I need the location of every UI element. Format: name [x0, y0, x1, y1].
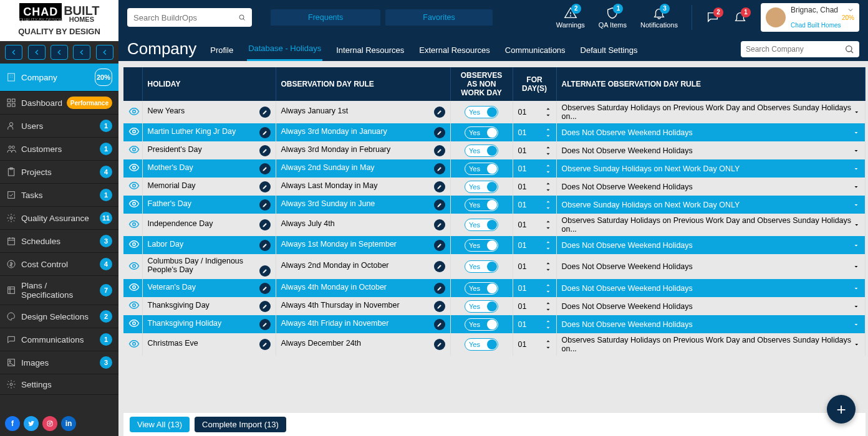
observes-toggle[interactable]: Yes	[465, 300, 498, 313]
observes-toggle[interactable]: Yes	[465, 318, 498, 331]
observes-toggle[interactable]: Yes	[465, 106, 498, 118]
edit-icon[interactable]	[259, 163, 271, 174]
tab-internal[interactable]: Internal Resources	[335, 39, 405, 61]
edit-icon[interactable]	[434, 301, 445, 312]
observes-toggle[interactable]: Yes	[465, 239, 498, 252]
edit-icon[interactable]	[434, 145, 445, 156]
visibility-icon[interactable]	[128, 162, 140, 173]
sidebar-item-cost[interactable]: Cost Control 4	[0, 253, 118, 276]
visibility-icon[interactable]	[128, 126, 140, 137]
visibility-icon[interactable]	[128, 239, 140, 250]
alt-rule-select[interactable]: Observe Sunday Holidays on Next Work Day…	[562, 164, 861, 173]
edit-icon[interactable]	[259, 127, 271, 138]
company-search[interactable]	[741, 41, 859, 57]
tab-defaults[interactable]: Default Settings	[579, 39, 639, 61]
observes-toggle[interactable]: Yes	[465, 219, 498, 231]
sidebar-item-users[interactable]: Users 1	[0, 115, 118, 138]
nav-back-2[interactable]	[28, 45, 46, 60]
observes-toggle[interactable]: Yes	[465, 126, 498, 139]
alt-rule-select[interactable]: Does Not Observe Weekend Holidays	[562, 262, 861, 271]
edit-icon[interactable]	[259, 199, 271, 211]
observes-toggle[interactable]: Yes	[465, 338, 498, 351]
search-input[interactable]	[133, 13, 238, 22]
notifications-button[interactable]: 3 Notifications	[640, 6, 678, 29]
global-search[interactable]	[127, 8, 252, 27]
alt-rule-select[interactable]: Does Not Observe Weekend Holidays	[562, 302, 861, 311]
edit-icon[interactable]	[434, 240, 445, 251]
nav-back-1[interactable]	[5, 45, 22, 60]
observes-toggle[interactable]: Yes	[465, 260, 498, 273]
visibility-icon[interactable]	[128, 338, 140, 349]
days-stepper[interactable]	[545, 181, 551, 193]
visibility-icon[interactable]	[128, 282, 140, 293]
edit-icon[interactable]	[434, 261, 445, 272]
user-menu[interactable]: Brignac, Chad 20% Chad Built Homes	[761, 3, 859, 32]
days-stepper[interactable]	[545, 282, 551, 295]
edit-icon[interactable]	[434, 181, 445, 192]
edit-icon[interactable]	[434, 163, 445, 174]
sidebar-item-dashboard[interactable]: Dashboard Performance	[0, 92, 118, 115]
observes-toggle[interactable]: Yes	[465, 199, 498, 211]
observes-toggle[interactable]: Yes	[465, 181, 498, 193]
nav-back-5[interactable]	[96, 45, 113, 60]
edit-icon[interactable]	[434, 199, 445, 211]
col-holiday[interactable]: HOLIDAY	[142, 67, 276, 101]
days-stepper[interactable]	[545, 163, 551, 175]
nav-back-3[interactable]	[51, 45, 68, 60]
edit-icon[interactable]	[259, 219, 271, 230]
sidebar-item-projects[interactable]: Projects 4	[0, 161, 118, 184]
warnings-button[interactable]: 2 Warnings	[556, 6, 585, 29]
linkedin-icon[interactable]: in	[61, 416, 76, 431]
edit-icon[interactable]	[434, 219, 445, 230]
edit-icon[interactable]	[259, 107, 271, 118]
twitter-icon[interactable]	[24, 416, 39, 431]
alt-rule-select[interactable]: Does Not Observe Weekend Holidays	[562, 241, 861, 250]
sidebar-item-customers[interactable]: Customers 1	[0, 138, 118, 161]
edit-icon[interactable]	[259, 301, 271, 312]
nav-back-4[interactable]	[73, 45, 90, 60]
observes-toggle[interactable]: Yes	[465, 145, 498, 157]
sidebar-item-qa[interactable]: Quality Assurance 11	[0, 207, 118, 230]
edit-icon[interactable]	[259, 265, 271, 277]
alt-rule-select[interactable]: Does Not Observe Weekend Holidays	[562, 146, 861, 155]
tab-profile[interactable]: Profile	[209, 39, 234, 61]
sidebar-item-schedules[interactable]: Schedules 3	[0, 230, 118, 253]
alt-rule-select[interactable]: Does Not Observe Weekend Holidays	[562, 128, 861, 137]
edit-icon[interactable]	[434, 127, 445, 138]
alt-rule-select[interactable]: Observes Saturday Holidays on Previous W…	[562, 103, 861, 121]
visibility-icon[interactable]	[128, 198, 140, 209]
days-stepper[interactable]	[545, 318, 551, 331]
alt-rule-select[interactable]: Does Not Observe Weekend Holidays	[562, 182, 861, 191]
tab-communications[interactable]: Communications	[504, 39, 567, 61]
instagram-icon[interactable]	[42, 416, 57, 431]
visibility-icon[interactable]	[128, 260, 140, 272]
alt-rule-select[interactable]: Does Not Observe Weekend Holidays	[562, 320, 861, 329]
alt-rule-select[interactable]: Observes Saturday Holidays on Previous W…	[562, 336, 861, 353]
tab-favorites[interactable]: Favorites	[385, 9, 492, 26]
days-stepper[interactable]	[545, 338, 551, 351]
col-observes[interactable]: OBSERVES AS NON WORK DAY	[450, 67, 513, 101]
days-stepper[interactable]	[545, 300, 551, 313]
edit-icon[interactable]	[259, 319, 271, 330]
alt-rule-select[interactable]: Observes Saturday Holidays on Previous W…	[562, 216, 861, 234]
tab-frequents[interactable]: Frequents	[271, 9, 380, 26]
tab-database[interactable]: Database - Holidays	[247, 37, 322, 61]
days-stepper[interactable]	[545, 106, 551, 118]
sidebar-item-company[interactable]: Company 20%	[0, 64, 118, 92]
company-search-input[interactable]	[746, 45, 844, 54]
sidebar-item-images[interactable]: Images 3	[0, 351, 118, 374]
edit-icon[interactable]	[259, 181, 271, 192]
messages-button[interactable]: 2	[706, 10, 720, 25]
view-all-button[interactable]: View All (13)	[130, 417, 190, 432]
sidebar-item-communications[interactable]: Communications 1	[0, 328, 118, 351]
alerts-button[interactable]: 1	[733, 10, 747, 25]
alt-rule-select[interactable]: Does Not Observe Weekend Holidays	[562, 284, 861, 293]
visibility-icon[interactable]	[128, 180, 140, 191]
col-rule[interactable]: OBSERVATION DAY RULE	[276, 67, 450, 101]
qa-button[interactable]: 1 QA Items	[599, 6, 627, 29]
observes-toggle[interactable]: Yes	[465, 282, 498, 295]
days-stepper[interactable]	[545, 126, 551, 139]
col-alt[interactable]: ALTERNATE OBSERVATION DAY RULE	[556, 67, 866, 101]
tab-external[interactable]: External Resources	[418, 39, 491, 61]
edit-icon[interactable]	[259, 145, 271, 156]
